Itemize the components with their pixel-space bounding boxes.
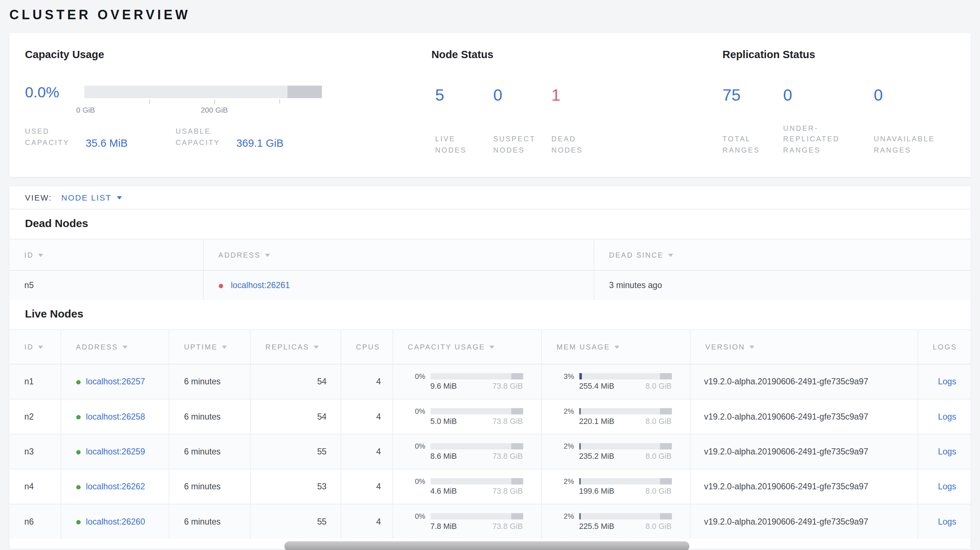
capacity-percent-value: 0% xyxy=(406,477,425,485)
col-id[interactable]: ID xyxy=(10,329,60,364)
column-label: ID xyxy=(24,343,34,351)
logs-link[interactable]: Logs xyxy=(938,482,956,491)
uptime-value: 6 minutes xyxy=(169,399,250,434)
meter-dark-segment xyxy=(511,373,523,379)
horizontal-scrollbar-thumb[interactable] xyxy=(285,541,689,550)
dead-since-value: 3 minutes ago xyxy=(594,270,971,300)
page-title: CLUSTER OVERVIEW xyxy=(10,8,970,22)
meter-fill xyxy=(579,443,581,449)
view-label: VIEW: xyxy=(25,193,52,202)
node-address-link[interactable]: localhost:26261 xyxy=(231,280,290,290)
dead-col-dead-since[interactable]: DEAD SINCE xyxy=(594,239,971,270)
meter-dark-segment xyxy=(660,443,671,449)
column-label: CAPACITY USAGE xyxy=(408,343,485,351)
dead-col-address[interactable]: ADDRESS xyxy=(203,239,593,270)
replicas-value: 54 xyxy=(250,364,340,399)
column-label: UPTIME xyxy=(184,343,218,351)
live-nodes-count: 5 xyxy=(435,86,493,105)
capacity-usage-meter: 0% 4.6 MiB 73.8 GiB xyxy=(406,477,541,496)
mem-total-value: 8.0 GiB xyxy=(646,522,671,530)
capacity-used-value: 4.6 MiB xyxy=(430,487,457,496)
mem-used-value: 235.2 MiB xyxy=(579,451,614,460)
mem-total-value: 8.0 GiB xyxy=(646,487,671,496)
meter-fill xyxy=(579,408,581,414)
total-ranges-count: 75 xyxy=(722,86,783,105)
meter-fill xyxy=(579,373,582,379)
mem-meter-bar xyxy=(579,408,671,414)
sort-icon xyxy=(38,254,43,257)
node-id: n5 xyxy=(10,270,203,300)
node-address-link[interactable]: localhost:26260 xyxy=(86,517,145,526)
stat-total-ranges: 75 TOTAL RANGES xyxy=(722,86,783,156)
capacity-percent-value: 0% xyxy=(406,442,425,450)
capacity-percent-value: 0% xyxy=(406,407,425,415)
col-replicas[interactable]: REPLICAS xyxy=(250,329,340,364)
mem-total-value: 8.0 GiB xyxy=(646,382,671,390)
column-label: LOGS xyxy=(933,343,957,351)
stat-unavailable-ranges: 0 UNAVAILABLE RANGES xyxy=(873,86,955,156)
node-address-link[interactable]: localhost:26259 xyxy=(86,447,145,456)
logs-link[interactable]: Logs xyxy=(938,517,956,526)
col-uptime[interactable]: UPTIME xyxy=(169,329,250,364)
column-label: ADDRESS xyxy=(218,251,261,259)
version-value: v19.2.0-alpha.20190606-2491-gfe735c9a97 xyxy=(690,399,918,434)
meter-dark-segment xyxy=(660,478,671,484)
mem-used-value: 199.6 MiB xyxy=(579,487,614,496)
node-status-title: Node Status xyxy=(431,49,722,61)
mem-meter-bar xyxy=(579,373,671,379)
capacity-total-value: 73.8 GiB xyxy=(493,522,523,530)
column-label: ADDRESS xyxy=(76,343,118,351)
cpus-value: 4 xyxy=(341,434,393,469)
node-address-link[interactable]: localhost:26257 xyxy=(86,377,145,386)
meter-fill xyxy=(579,513,581,519)
capacity-meter-bar xyxy=(430,408,523,414)
uptime-value: 6 minutes xyxy=(169,469,250,504)
stat-live-nodes: 5 LIVE NODES xyxy=(435,86,493,156)
capacity-meter-bar xyxy=(430,443,523,449)
mem-usage-meter: 3% 255.4 MiB 8.0 GiB xyxy=(555,372,690,391)
meter-dark-segment xyxy=(660,373,671,379)
used-capacity-stat: USED CAPACITY 35.6 MiB xyxy=(25,126,176,149)
replicas-value: 55 xyxy=(250,434,340,469)
meter-dark-segment xyxy=(511,408,523,414)
col-cpus: CPUS xyxy=(341,329,393,364)
dead-nodes-heading: Dead Nodes xyxy=(10,209,970,238)
mem-usage-meter: 2% 220.1 MiB 8.0 GiB xyxy=(555,407,690,425)
mem-percent-value: 2% xyxy=(555,442,574,450)
col-address[interactable]: ADDRESS xyxy=(60,329,169,364)
logs-link[interactable]: Logs xyxy=(938,412,956,421)
mem-total-value: 8.0 GiB xyxy=(646,416,671,425)
dead-col-id[interactable]: ID xyxy=(10,239,203,270)
live-nodes-header-row: ID ADDRESS UPTIME REPLICAS CPUS CAPACITY… xyxy=(10,329,970,364)
suspect-nodes-count: 0 xyxy=(493,86,551,105)
meter-dark-segment xyxy=(660,513,671,519)
capacity-total-value: 73.8 GiB xyxy=(493,416,523,425)
total-ranges-label: TOTAL RANGES xyxy=(722,134,783,156)
column-label: ID xyxy=(24,251,34,259)
col-capacity-usage[interactable]: CAPACITY USAGE xyxy=(393,329,542,364)
meter-dark-segment xyxy=(660,408,671,414)
mem-usage-meter: 2% 235.2 MiB 8.0 GiB xyxy=(555,442,690,460)
capacity-bar-dark-segment xyxy=(287,86,322,98)
node-address-link[interactable]: localhost:26262 xyxy=(86,482,145,491)
sort-icon xyxy=(123,345,127,349)
view-selector-bar: VIEW: NODE LIST xyxy=(10,186,970,210)
col-version[interactable]: VERSION xyxy=(690,329,918,364)
used-capacity-value: 35.6 MiB xyxy=(86,137,127,149)
col-mem-usage[interactable]: MEM USAGE xyxy=(541,329,690,364)
logs-link[interactable]: Logs xyxy=(938,377,956,386)
used-capacity-label: USED CAPACITY xyxy=(25,126,80,149)
version-value: v19.2.0-alpha.20190606-2491-gfe735c9a97 xyxy=(690,364,918,399)
dead-nodes-table: ID ADDRESS DEAD SINCE n5 localhost:26261… xyxy=(10,238,970,300)
logs-link[interactable]: Logs xyxy=(938,447,956,456)
live-node-row: n4 localhost:26262 6 minutes 53 4 0% xyxy=(10,469,970,504)
version-value: v19.2.0-alpha.20190606-2491-gfe735c9a97 xyxy=(690,434,918,469)
capacity-usage-meter: 0% 8.6 MiB 73.8 GiB xyxy=(406,442,541,460)
mem-used-value: 225.5 MiB xyxy=(579,522,614,530)
view-dropdown[interactable]: NODE LIST xyxy=(61,193,122,202)
capacity-percent-value: 0% xyxy=(406,513,425,520)
mem-usage-meter: 2% 199.6 MiB 8.0 GiB xyxy=(555,477,690,496)
capacity-usage-meter: 0% 7.8 MiB 73.8 GiB xyxy=(406,513,541,531)
node-address-link[interactable]: localhost:26258 xyxy=(86,412,145,421)
replication-status-panel: Replication Status 75 TOTAL RANGES 0 UND… xyxy=(722,49,955,177)
